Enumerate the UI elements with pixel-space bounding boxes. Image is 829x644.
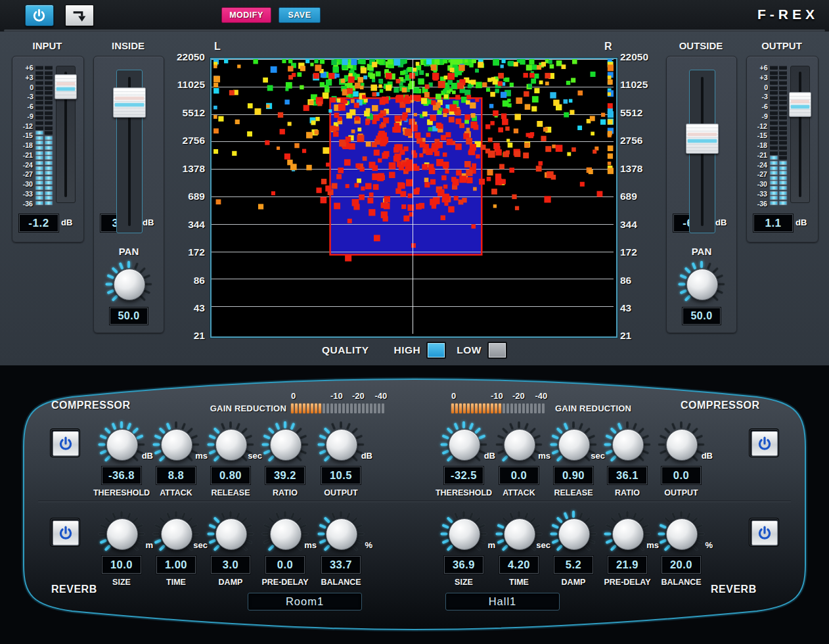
- inside-pan-value[interactable]: 50.0: [110, 308, 148, 325]
- processing-section: COMPRESSOR GAIN REDUCTION 0-10-20-40 0-1…: [0, 365, 829, 644]
- outside-pan-knob[interactable]: [686, 269, 718, 300]
- modify-button[interactable]: MODIFY: [221, 7, 271, 23]
- reverb-right-power-button[interactable]: [749, 518, 779, 547]
- comp-left-release-group: sec0.80RELEASE: [199, 425, 262, 497]
- comp-left-output-value[interactable]: 10.5: [321, 467, 361, 484]
- reverb-left-power-button[interactable]: [50, 518, 80, 547]
- input-level-meter-left: [35, 66, 43, 205]
- input-level-meter-right: [45, 66, 53, 205]
- comp-left-attack-knob[interactable]: [161, 429, 192, 461]
- comp-right-output-knob[interactable]: [666, 429, 698, 461]
- quality-high-checkbox[interactable]: [426, 342, 446, 359]
- quality-high-label: HIGH: [394, 344, 421, 356]
- freq-label-right-1378: 1378: [620, 164, 642, 174]
- outside-channel-label: OUTSIDE: [666, 40, 736, 51]
- inside-pan-knob[interactable]: [114, 269, 145, 300]
- master-power-button[interactable]: [25, 5, 54, 26]
- freq-label-left-22050: 22050: [177, 52, 205, 62]
- frequency-scale-left: 2205011025551227561378689344172864321: [156, 52, 205, 341]
- reverb-right-size-knob[interactable]: [449, 518, 480, 550]
- outside-pan-knob-area: [667, 259, 736, 309]
- comp-left-release-knob[interactable]: [215, 429, 247, 461]
- comp-right-output-unit: dB: [702, 451, 713, 461]
- comp-right-release-value[interactable]: 0.90: [554, 467, 593, 484]
- freq-label-left-344: 344: [188, 219, 205, 230]
- spectrum-canvas[interactable]: [212, 59, 614, 334]
- quality-low-label: LOW: [457, 344, 482, 356]
- comp-left-ratio-knob[interactable]: [270, 429, 302, 461]
- reverb-left-preset-selector[interactable]: Room1: [248, 593, 362, 610]
- comp-left-thereshold-label: THERESHOLD: [90, 488, 153, 497]
- reverb-left-balance-value[interactable]: 33.7: [321, 556, 361, 574]
- comp-right-attack-knob[interactable]: [504, 429, 535, 461]
- reverb-left-damp-value[interactable]: 3.0: [211, 556, 250, 574]
- reverb-left-pre-delay-value[interactable]: 0.0: [265, 556, 305, 574]
- comp-right-release-knob[interactable]: [558, 429, 590, 461]
- comp-right-ratio-value[interactable]: 36.1: [608, 467, 647, 484]
- power-icon: [757, 436, 773, 451]
- spectrum-display[interactable]: [210, 58, 617, 338]
- outside-fader-cap[interactable]: [686, 124, 719, 154]
- compressor-left-power-button[interactable]: [50, 428, 80, 457]
- reverb-right-time-group: sec4.20TIME: [487, 514, 550, 587]
- reverb-left-damp-knob[interactable]: [215, 518, 247, 550]
- reverb-left-size-value[interactable]: 10.0: [102, 556, 141, 574]
- comp-left-thereshold-knob[interactable]: [106, 429, 138, 461]
- output-meter-panel: 1.1 dB +6+30-3-6-9-12-15-18-21-24-27-30-…: [746, 56, 818, 242]
- comp-right-ratio-knob[interactable]: [612, 429, 644, 461]
- comp-left-thereshold-value[interactable]: -36.8: [102, 467, 141, 484]
- freq-label-right-5512: 5512: [620, 108, 642, 118]
- output-gain-value[interactable]: 1.1: [753, 214, 793, 232]
- quality-label: QUALITY: [322, 344, 369, 356]
- save-button[interactable]: SAVE: [279, 7, 321, 23]
- redirect-arrow-button[interactable]: [65, 5, 94, 26]
- reverb-right-time-value[interactable]: 4.20: [499, 556, 539, 574]
- compressor-right-power-button[interactable]: [749, 428, 779, 457]
- output-fader-track[interactable]: [790, 66, 810, 203]
- comp-right-output-label: OUTPUT: [650, 488, 713, 497]
- input-meter-scale: +6+30-3-6-9-12-15-18-21-24-27-30-33-36: [14, 64, 34, 208]
- comp-right-thereshold-knob[interactable]: [449, 429, 480, 461]
- comp-left-attack-value[interactable]: 8.8: [156, 467, 196, 484]
- comp-left-ratio-group: 39.2RATIO: [254, 425, 317, 497]
- reverb-right-balance-knob[interactable]: [666, 518, 698, 550]
- reverb-right-time-knob[interactable]: [504, 518, 535, 550]
- reverb-right-pre-delay-value[interactable]: 21.9: [608, 556, 647, 574]
- inside-fader-cap[interactable]: [113, 87, 146, 118]
- gain-reduction-meter-right: 0-10-20-40: [451, 392, 550, 415]
- outside-fader-track[interactable]: [689, 70, 715, 233]
- reverb-right-balance-value[interactable]: 20.0: [661, 556, 701, 574]
- reverb-right-size-group: m36.9SIZE: [432, 514, 495, 587]
- reverb-right-time-label: TIME: [487, 578, 550, 587]
- power-icon: [32, 8, 47, 23]
- comp-right-attack-value[interactable]: 0.0: [499, 467, 539, 484]
- comp-left-output-knob[interactable]: [326, 429, 357, 461]
- quality-low-checkbox[interactable]: [487, 342, 507, 359]
- right-channel-mark: R: [604, 41, 612, 53]
- outside-pan-label: PAN: [667, 246, 736, 257]
- input-fader-track[interactable]: [56, 66, 76, 203]
- reverb-left-pre-delay-knob[interactable]: [270, 518, 302, 550]
- reverb-right-damp-knob[interactable]: [558, 518, 590, 550]
- reverb-right-size-value[interactable]: 36.9: [444, 556, 483, 574]
- reverb-right-pre-delay-knob[interactable]: [612, 518, 644, 550]
- freq-label-right-22050: 22050: [620, 52, 648, 62]
- comp-right-output-value[interactable]: 0.0: [661, 467, 701, 484]
- input-gain-value[interactable]: -1.2: [19, 214, 58, 232]
- reverb-right-preset-selector[interactable]: Hall1: [445, 593, 560, 610]
- comp-left-ratio-value[interactable]: 39.2: [265, 467, 305, 484]
- freq-label-right-21: 21: [620, 331, 631, 341]
- input-fader-cap[interactable]: [55, 74, 77, 99]
- outside-pan-value[interactable]: 50.0: [683, 308, 721, 325]
- reverb-right-damp-value[interactable]: 5.2: [554, 556, 593, 574]
- reverb-left-balance-knob[interactable]: [326, 518, 357, 550]
- reverb-left-time-value[interactable]: 1.00: [156, 556, 196, 574]
- top-toolbar: MODIFY SAVE F-REX: [0, 0, 829, 32]
- output-fader-cap[interactable]: [789, 92, 811, 117]
- reverb-left-size-knob[interactable]: [106, 518, 138, 550]
- comp-right-thereshold-value[interactable]: -32.5: [444, 467, 483, 484]
- inside-fader-track[interactable]: [116, 70, 143, 233]
- comp-left-release-value[interactable]: 0.80: [211, 467, 250, 484]
- reverb-left-time-knob[interactable]: [161, 518, 192, 550]
- compressor-right-title: COMPRESSOR: [681, 400, 760, 411]
